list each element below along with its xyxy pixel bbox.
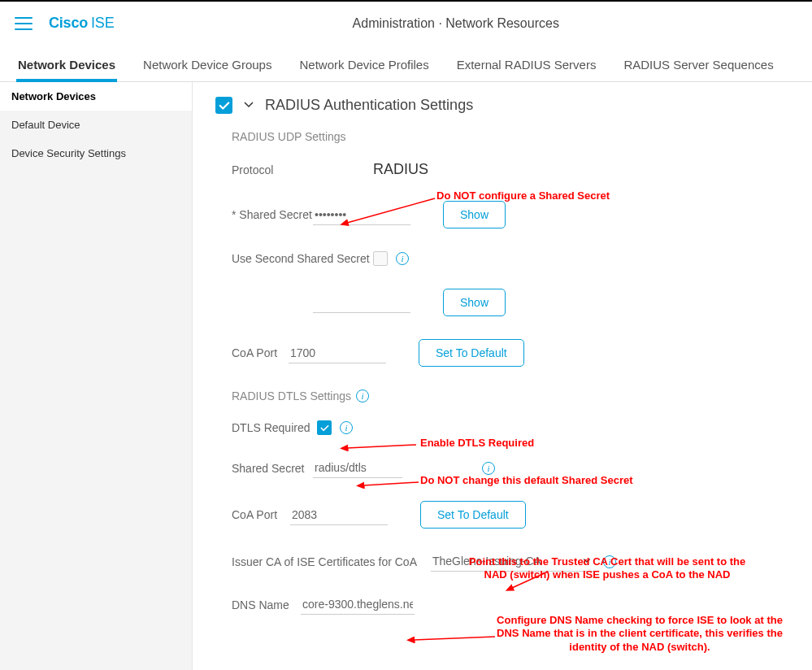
tab-bar: Network Devices Network Device Groups Ne… bbox=[0, 45, 812, 82]
dtls-required-label: DTLS Required bbox=[232, 421, 317, 434]
issuer-select[interactable]: TheGlens-Issuing-CA bbox=[431, 551, 593, 572]
top-bar: CiscoISE Administration · Network Resour… bbox=[0, 0, 812, 45]
shared-secret-label: * Shared Secret bbox=[232, 208, 313, 221]
shared-secret-input[interactable] bbox=[313, 205, 410, 225]
set-default-button-1[interactable]: Set To Default bbox=[419, 339, 524, 367]
section-title: RADIUS Authentication Settings bbox=[265, 97, 473, 114]
info-icon[interactable]: i bbox=[396, 252, 409, 265]
second-secret-input[interactable] bbox=[313, 293, 410, 313]
dtls-secret-input[interactable] bbox=[313, 458, 402, 478]
breadcrumb: Administration · Network Resources bbox=[114, 16, 797, 31]
dtls-secret-label: Shared Secret bbox=[232, 462, 313, 475]
sidebar: Network Devices Default Device Device Se… bbox=[0, 82, 193, 670]
main-panel: RADIUS Authentication Settings RADIUS UD… bbox=[193, 82, 812, 670]
chevron-down-icon[interactable] bbox=[242, 98, 255, 114]
chevron-down-icon bbox=[582, 555, 592, 568]
tab-network-devices[interactable]: Network Devices bbox=[18, 58, 115, 81]
use-second-label: Use Second Shared Secret bbox=[232, 252, 373, 265]
dtls-subheader: RADIUS DTLS Settings i bbox=[232, 389, 789, 402]
tab-external-radius-servers[interactable]: External RADIUS Servers bbox=[457, 58, 597, 81]
section-checkbox[interactable] bbox=[215, 97, 232, 114]
tab-network-device-groups[interactable]: Network Device Groups bbox=[143, 58, 271, 81]
show-button-2[interactable]: Show bbox=[443, 289, 506, 316]
sidebar-item-default-device[interactable]: Default Device bbox=[0, 111, 192, 139]
brand-logo: CiscoISE bbox=[49, 15, 114, 32]
protocol-label: Protocol bbox=[232, 163, 373, 176]
dtls-coa-port-input[interactable] bbox=[290, 505, 388, 525]
coa-port-input[interactable] bbox=[289, 343, 386, 363]
arrow-icon bbox=[406, 629, 503, 645]
udp-subheader: RADIUS UDP Settings bbox=[232, 130, 789, 143]
dtls-coa-port-label: CoA Port bbox=[232, 508, 290, 521]
dns-input[interactable] bbox=[301, 594, 415, 615]
info-icon[interactable]: i bbox=[356, 389, 369, 402]
dns-label: DNS Name bbox=[232, 598, 301, 611]
annotation-5: Configure DNS Name checking to force ISE… bbox=[493, 614, 786, 654]
show-button-1[interactable]: Show bbox=[443, 201, 506, 228]
set-default-button-2[interactable]: Set To Default bbox=[420, 501, 526, 529]
issuer-label: Issuer CA of ISE Certificates for CoA bbox=[232, 555, 431, 568]
tab-network-device-profiles[interactable]: Network Device Profiles bbox=[299, 58, 428, 81]
info-icon[interactable]: i bbox=[340, 421, 353, 434]
hamburger-icon[interactable] bbox=[15, 17, 33, 30]
protocol-value: RADIUS bbox=[373, 161, 428, 178]
info-icon[interactable]: i bbox=[482, 462, 495, 475]
svg-line-4 bbox=[414, 637, 495, 640]
dtls-required-checkbox[interactable] bbox=[317, 420, 332, 435]
sidebar-item-device-security[interactable]: Device Security Settings bbox=[0, 139, 192, 168]
info-icon[interactable]: i bbox=[603, 555, 616, 568]
use-second-checkbox[interactable] bbox=[373, 251, 388, 266]
sidebar-item-network-devices[interactable]: Network Devices bbox=[0, 82, 192, 111]
coa-port-label: CoA Port bbox=[232, 346, 289, 359]
tab-radius-server-sequences[interactable]: RADIUS Server Sequences bbox=[623, 58, 773, 81]
